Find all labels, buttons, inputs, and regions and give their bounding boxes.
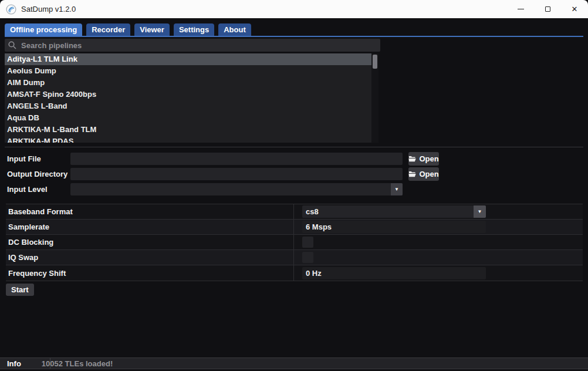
column-divider bbox=[293, 235, 294, 249]
column-divider bbox=[293, 265, 294, 281]
start-button[interactable]: Start bbox=[6, 284, 34, 296]
status-divider bbox=[50, 358, 50, 369]
status-message: 10052 TLEs loaded! bbox=[42, 359, 113, 368]
tab-label: Viewer bbox=[140, 25, 164, 34]
list-item[interactable]: Aeolus Dump bbox=[5, 65, 371, 77]
tab-underline bbox=[5, 36, 583, 37]
folder-icon bbox=[408, 156, 416, 162]
baseband-format-label: Baseband Format bbox=[6, 207, 293, 216]
scrollbar-thumb[interactable] bbox=[373, 55, 377, 69]
input-level-dropdown[interactable]: ▼ bbox=[70, 183, 403, 195]
output-directory-open-button[interactable]: Open bbox=[408, 167, 439, 181]
list-item[interactable]: AIM Dump bbox=[5, 77, 371, 89]
pipeline-list: Aditya-L1 TLM Link Aeolus Dump AIM Dump … bbox=[5, 53, 379, 143]
tab-recorder[interactable]: Recorder bbox=[86, 23, 130, 36]
tab-about[interactable]: About bbox=[218, 23, 251, 36]
tab-offline-processing[interactable]: Offline processing bbox=[5, 23, 82, 36]
table-row: IQ Swap bbox=[6, 250, 583, 265]
list-item[interactable]: ARKTIKA-M L-Band TLM bbox=[5, 124, 371, 136]
satdump-logo-icon bbox=[5, 4, 17, 15]
tab-label: About bbox=[224, 25, 246, 34]
list-item[interactable]: ARKTIKA-M PDAS bbox=[5, 136, 371, 143]
search-input[interactable] bbox=[5, 39, 380, 52]
dc-blocking-checkbox[interactable] bbox=[302, 237, 313, 248]
status-label: Info bbox=[7, 359, 21, 368]
input-file-label: Input File bbox=[7, 153, 41, 165]
input-file-field[interactable] bbox=[70, 153, 403, 165]
tab-viewer[interactable]: Viewer bbox=[134, 23, 170, 36]
dc-blocking-label: DC Blocking bbox=[6, 238, 293, 247]
input-file-open-button[interactable]: Open bbox=[408, 152, 439, 166]
list-scrollbar[interactable] bbox=[371, 53, 379, 143]
column-divider bbox=[293, 250, 294, 265]
tab-bar: Offline processing Recorder Viewer Setti… bbox=[5, 23, 251, 36]
list-item[interactable]: ANGELS L-Band bbox=[5, 100, 371, 112]
output-directory-field[interactable] bbox=[70, 168, 403, 180]
list-item[interactable]: AMSAT-F Spino 2400bps bbox=[5, 89, 371, 100]
iq-swap-checkbox[interactable] bbox=[302, 252, 313, 263]
column-divider bbox=[293, 220, 294, 234]
column-divider bbox=[293, 204, 294, 219]
status-bar: Info 10052 TLEs loaded! bbox=[0, 357, 588, 369]
tab-settings[interactable]: Settings bbox=[174, 23, 214, 36]
close-button[interactable]: ✕ bbox=[561, 0, 588, 18]
baseband-format-dropdown[interactable]: cs8 ▼ bbox=[302, 205, 486, 218]
parameters-table: Baseband Format cs8 ▼ Samplerate DC Bloc… bbox=[6, 204, 583, 281]
output-directory-label: Output Directory bbox=[7, 168, 67, 180]
pipeline-items: Aditya-L1 TLM Link Aeolus Dump AIM Dump … bbox=[5, 53, 371, 143]
minimize-button[interactable] bbox=[507, 0, 534, 18]
title-bar: SatDump v1.2.0 ✕ bbox=[0, 0, 588, 18]
open-button-label: Open bbox=[419, 170, 438, 178]
window-controls: ✕ bbox=[507, 0, 588, 18]
frequency-shift-label: Frequency Shift bbox=[6, 269, 293, 278]
chevron-down-icon: ▼ bbox=[391, 183, 403, 195]
frequency-shift-field[interactable] bbox=[302, 267, 486, 279]
close-icon: ✕ bbox=[572, 5, 578, 13]
table-row: DC Blocking bbox=[6, 235, 583, 250]
chevron-down-icon: ▼ bbox=[474, 205, 486, 218]
input-level-label: Input Level bbox=[7, 183, 48, 195]
folder-icon bbox=[408, 171, 416, 177]
tab-label: Recorder bbox=[92, 25, 125, 34]
separator bbox=[5, 147, 583, 147]
window-title: SatDump v1.2.0 bbox=[21, 5, 76, 14]
iq-swap-label: IQ Swap bbox=[6, 253, 293, 262]
maximize-icon bbox=[545, 6, 550, 12]
baseband-format-value: cs8 bbox=[302, 207, 474, 216]
open-button-label: Open bbox=[419, 154, 438, 163]
maximize-button[interactable] bbox=[534, 0, 561, 18]
samplerate-label: Samplerate bbox=[6, 222, 293, 231]
minimize-icon bbox=[518, 9, 524, 9]
list-item[interactable]: Aqua DB bbox=[5, 112, 371, 124]
samplerate-field[interactable] bbox=[302, 221, 486, 233]
tab-label: Settings bbox=[179, 25, 209, 34]
table-row: Baseband Format cs8 ▼ bbox=[6, 204, 583, 220]
table-row: Samplerate bbox=[6, 220, 583, 235]
list-item-selected[interactable]: Aditya-L1 TLM Link bbox=[5, 53, 371, 65]
satdump-window: { "window": { "title": "SatDump v1.2.0" … bbox=[0, 0, 588, 371]
table-row: Frequency Shift bbox=[6, 265, 583, 281]
tab-label: Offline processing bbox=[10, 25, 77, 34]
